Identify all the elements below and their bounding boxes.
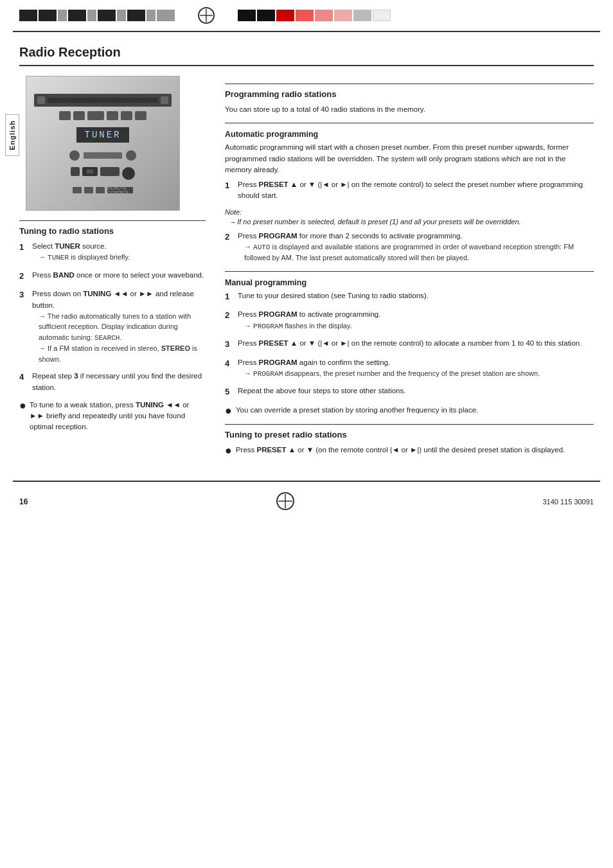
tuning-step-3: 3 Press down on TUNING ◄◄ or ►► and rele… bbox=[19, 288, 206, 364]
doc-number: 3140 115 30091 bbox=[542, 498, 594, 506]
manual-step-2-arrow: → PROGRAM flashes in the display. bbox=[238, 321, 380, 332]
bar-block-3 bbox=[58, 10, 67, 21]
manual-prog-divider bbox=[225, 271, 594, 272]
preset-tuning-bullet-1: ● Press PRESET ▲ or ▼ (on the remote con… bbox=[225, 445, 594, 456]
bottom-area: 16 3140 115 30091 bbox=[0, 482, 613, 522]
step-num-3: 3 bbox=[19, 288, 28, 364]
manual-step-num-3: 3 bbox=[225, 338, 234, 351]
step-3-arrow2: → If a FM station is received in stereo,… bbox=[32, 343, 206, 364]
manual-step-4: 4 Press PROGRAM again to confirm the set… bbox=[225, 357, 594, 380]
color-block-white bbox=[373, 10, 391, 21]
manual-step-num-1: 1 bbox=[225, 290, 234, 303]
bullet-dot-1: ● bbox=[19, 400, 26, 433]
device-btn-6 bbox=[135, 111, 147, 120]
manual-step-4-arrow: → PROGRAM disappears, the preset number … bbox=[238, 368, 540, 380]
auto-step-num-1: 1 bbox=[225, 179, 234, 202]
manual-step-1-content: Tune to your desired station (see Tuning… bbox=[238, 290, 429, 303]
color-block-orange bbox=[296, 10, 314, 21]
top-right-blocks bbox=[238, 10, 391, 21]
bar-block-1 bbox=[19, 10, 37, 21]
auto-step-2: 2 Press PROGRAM for more than 2 seconds … bbox=[225, 231, 594, 263]
manual-step-3-content: Press PRESET ▲ or ▼ (|◄ or ►| on the rem… bbox=[238, 338, 582, 351]
tuning-step-4: 4 Repeat step 3 if necessary until you f… bbox=[19, 371, 206, 393]
note-label: Note: bbox=[225, 208, 594, 216]
step-4-content: Repeat step 3 if necessary until you fin… bbox=[32, 371, 206, 393]
programming-intro: You can store up to a total of 40 radio … bbox=[225, 104, 594, 115]
bar-block-2 bbox=[39, 10, 57, 21]
color-block-black1 bbox=[238, 10, 256, 21]
language-tab: English bbox=[5, 114, 19, 156]
device-image: TUNER bbox=[26, 76, 180, 211]
auto-prog-title: Automatic programming bbox=[225, 130, 594, 139]
color-block-gray bbox=[353, 10, 371, 21]
manual-step-num-4: 4 bbox=[225, 357, 234, 380]
bottom-compass-icon bbox=[276, 492, 295, 513]
programming-section-divider bbox=[225, 84, 594, 84]
auto-step-num-2: 2 bbox=[225, 231, 234, 263]
auto-step-1-content: Press PRESET ▲ or ▼ (|◄ or ►| on the rem… bbox=[238, 179, 594, 202]
device-buttons-top bbox=[59, 111, 147, 120]
manual-step-num-5: 5 bbox=[225, 385, 234, 398]
preset-tuning-title: Tuning to preset radio stations bbox=[225, 430, 594, 439]
color-block-black2 bbox=[257, 10, 275, 21]
device-buttons-bottom bbox=[71, 167, 135, 180]
page-number: 16 bbox=[19, 497, 28, 506]
step-3-content: Press down on TUNING ◄◄ or ►► and releas… bbox=[32, 288, 206, 364]
device-inner: TUNER bbox=[26, 76, 179, 210]
manual-bullet-1: ● You can override a preset station by s… bbox=[225, 405, 594, 416]
tuning-section-divider bbox=[19, 220, 206, 221]
color-block-pink bbox=[315, 10, 333, 21]
device-btn-2 bbox=[73, 111, 85, 120]
bar-block-5 bbox=[87, 10, 96, 21]
bar-block-8 bbox=[127, 10, 145, 21]
preset-bullet-dot-1: ● bbox=[225, 445, 232, 456]
tuning-section-title: Tuning to radio stations bbox=[19, 226, 206, 236]
manual-step-5: 5 Repeat the above four steps to store o… bbox=[225, 385, 594, 398]
manual-bullet-1-content: You can override a preset station by sto… bbox=[236, 405, 478, 416]
bar-block-9 bbox=[147, 10, 155, 21]
manual-step-4-content: Press PROGRAM again to confirm the setti… bbox=[238, 357, 540, 380]
bar-block-4 bbox=[68, 10, 86, 21]
device-btn-3 bbox=[87, 111, 104, 120]
tuning-step-1: 1 Select TUNER source. → TUNER is displa… bbox=[19, 241, 206, 263]
main-content: Radio Reception English bbox=[0, 32, 613, 481]
device-btn-4 bbox=[107, 111, 118, 120]
programming-section-title: Programming radio stations bbox=[225, 89, 594, 99]
manual-step-1: 1 Tune to your desired station (see Tuni… bbox=[225, 290, 594, 303]
color-block-lightpink bbox=[334, 10, 352, 21]
left-column: English bbox=[19, 76, 206, 461]
tuning-step-2: 2 Press BAND once or more to select your… bbox=[19, 270, 206, 283]
auto-prog-steps2: 2 Press PROGRAM for more than 2 seconds … bbox=[225, 231, 594, 263]
step-2-content: Press BAND once or more to select your w… bbox=[32, 270, 204, 283]
manual-step-2: 2 Press PROGRAM to activate programming.… bbox=[225, 309, 594, 332]
step-num-4: 4 bbox=[19, 371, 28, 393]
device-display: TUNER bbox=[76, 127, 129, 143]
top-left-blocks bbox=[19, 10, 175, 21]
step-1-arrow: → TUNER is displayed briefly. bbox=[32, 252, 130, 263]
auto-prog-description: Automatic programming will start with a … bbox=[225, 142, 594, 175]
tuning-bullet-1-content: To tune to a weak station, press TUNING … bbox=[30, 400, 206, 433]
right-column: Programming radio stations You can store… bbox=[225, 76, 594, 461]
manual-bullet-list: ● You can override a preset station by s… bbox=[225, 405, 594, 416]
compass-icon-top bbox=[197, 6, 215, 24]
tuning-steps-list: 1 Select TUNER source. → TUNER is displa… bbox=[19, 241, 206, 393]
manual-step-2-content: Press PROGRAM to activate programming. →… bbox=[238, 309, 380, 332]
step-1-content: Select TUNER source. → TUNER is displaye… bbox=[32, 241, 130, 263]
step-num-2: 2 bbox=[19, 270, 28, 283]
auto-prog-divider bbox=[225, 123, 594, 123]
auto-step-1: 1 Press PRESET ▲ or ▼ (|◄ or ►| on the r… bbox=[225, 179, 594, 202]
two-column-layout: English bbox=[19, 76, 594, 461]
bar-block-7 bbox=[117, 10, 126, 21]
step-num-1: 1 bbox=[19, 241, 28, 263]
device-btn-5 bbox=[121, 111, 132, 120]
top-decorative-bar bbox=[0, 0, 613, 31]
auto-step-2-content: Press PROGRAM for more than 2 seconds to… bbox=[238, 231, 594, 263]
bar-block-10 bbox=[157, 10, 175, 21]
bar-block-6 bbox=[98, 10, 116, 21]
step-3-arrow1: → The radio automatically tunes to a sta… bbox=[32, 311, 206, 344]
manual-step-num-2: 2 bbox=[225, 309, 234, 332]
device-btn-1 bbox=[59, 111, 71, 120]
auto-step-2-arrow: → AUTO is displayed and available statio… bbox=[238, 242, 594, 263]
auto-prog-steps: 1 Press PRESET ▲ or ▼ (|◄ or ►| on the r… bbox=[225, 179, 594, 202]
color-block-red bbox=[276, 10, 294, 21]
